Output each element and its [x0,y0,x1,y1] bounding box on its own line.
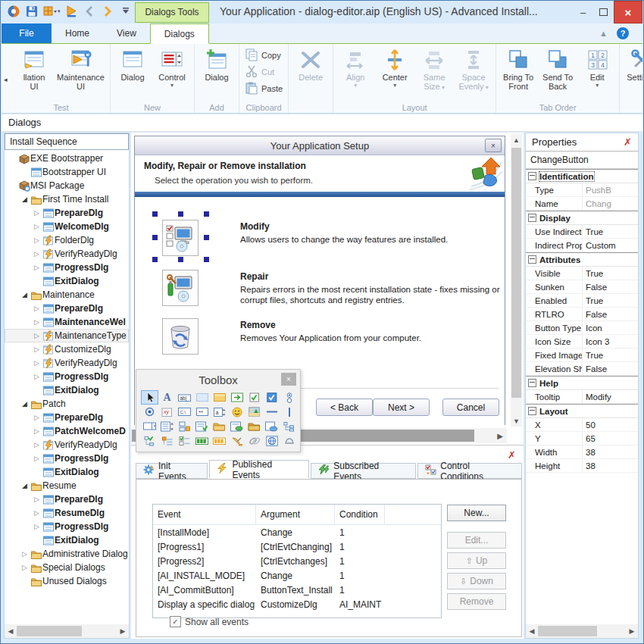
expander-icon[interactable]: ▷ [32,236,42,244]
tree-item[interactable]: ▷PrepareDlg [5,492,129,506]
toolbox-line-vertical-icon[interactable] [280,405,298,419]
tree-item[interactable]: ▷VerifyReadyDlg [5,247,129,261]
tree-item[interactable]: ▷Administrative Dialog [5,547,129,561]
toolbox-org-tree-icon[interactable] [158,433,176,448]
canvas-vscrollbar[interactable]: ▲ ▼ [511,134,522,427]
expander-icon[interactable]: ▷ [32,441,42,449]
toolbox-hyperlink-icon[interactable] [245,433,263,448]
tree-item[interactable]: ▷CustomizeDlg [5,342,129,356]
forward-icon[interactable] [100,4,115,19]
space-evenly-button[interactable]: SpaceEvenly ▾ [454,45,493,92]
tree-item[interactable]: EXE Bootstrapper [5,152,129,165]
toolbox-tab-control-icon[interactable] [280,433,298,448]
toolbox-group-box-icon[interactable] [211,390,228,405]
control-selector[interactable]: ChangeButton [526,152,638,169]
property-value[interactable]: True [582,267,638,280]
expander-icon[interactable]: ◢ [20,195,30,203]
build-dropdown-icon[interactable]: ▾ [58,8,61,14]
dialog-preview-close-icon[interactable]: × [485,139,502,152]
settings-button[interactable]: Settings [622,45,642,92]
save-icon[interactable] [24,4,39,19]
tab-subscribed-events[interactable]: Subscribed Events [311,463,416,479]
scroll-down-icon[interactable]: ▼ [511,415,522,427]
tree-item[interactable]: Bootstrapper UI [5,165,129,179]
toolbox-path-edit-icon[interactable]: C:\ [176,405,193,419]
toolbox-volume-list-icon[interactable] [228,419,245,433]
events-close-icon[interactable]: ✗ [508,449,516,461]
tree-item[interactable]: ▷ProgressDlg [5,370,129,383]
properties-hscrollbar[interactable]: ◀ ▶ [526,624,638,638]
bring-to-front-button[interactable]: Bring ToFront [499,45,538,92]
property-value[interactable]: True [582,294,638,307]
toolbox-list-box-icon[interactable] [158,419,176,433]
toolbox-window[interactable]: Toolbox × Aab|xyC:\**a [136,369,301,452]
tree-item[interactable]: ▷VerifyReadyDlg [5,356,129,370]
minimize-button[interactable]: – [573,1,593,23]
property-value[interactable]: Icon [582,321,638,334]
delete-button[interactable]: Delete [291,45,330,83]
expander-icon[interactable]: ▷ [32,223,42,230]
property-value[interactable]: 50 [582,418,638,431]
expander-icon[interactable]: ▷ [32,209,42,217]
toolbox-password-icon[interactable]: ** [193,405,211,419]
show-all-events-checkbox[interactable]: ✓ Show all events [170,616,249,627]
tree-item[interactable]: ◢Patch [5,397,129,411]
remove-button[interactable]: Remove [447,593,506,610]
toolbox-checked-list-icon[interactable] [193,419,211,433]
scroll-right-icon[interactable]: ▶ [493,432,507,440]
toolbox-progress-bar-icon[interactable] [193,433,211,448]
selection-handle[interactable] [152,235,158,240]
property-value[interactable]: Custom [582,239,638,252]
selection-handle[interactable] [204,211,209,217]
scroll-right-icon[interactable]: ▶ [117,627,129,635]
tree-item[interactable]: MSI Package [5,179,129,192]
toolbox-text-icon[interactable]: A [158,390,176,405]
installation-ui-button[interactable]: llationUI [14,45,54,92]
help-icon[interactable]: ? [617,27,629,39]
collapse-icon[interactable] [528,214,536,222]
option-modify[interactable]: ModifyAllows users to change the way fea… [162,220,199,256]
center-button[interactable]: Center▾ [375,45,414,92]
ribbon-tab-home[interactable]: Home [52,23,103,43]
selection-handle[interactable] [152,211,158,217]
toolbox-task-list-icon[interactable] [176,433,193,448]
table-row[interactable]: [InstallMode]Change1 [153,525,441,539]
option-remove[interactable]: RemoveRemoves Your Application from your… [162,318,199,355]
toolbox-checkbox-icon[interactable] [245,390,263,405]
table-row[interactable]: [AI_CommitButton]ButtonText_Install1 [153,583,441,597]
toolbox-xy-coord-icon[interactable]: xy [158,405,176,419]
dialog-button-cancel[interactable]: Cancel [442,399,499,416]
app-logo-icon[interactable] [6,4,21,19]
tree-item[interactable]: Unused Dialogs [5,574,129,588]
tree-item[interactable]: ▷MaintenanceType [5,329,129,342]
scrollbar-thumb[interactable] [17,626,82,636]
scroll-left-icon[interactable]: ◀ [5,627,17,635]
expander-icon[interactable]: ▷ [32,414,42,421]
build-icon[interactable] [42,4,58,19]
collapse-icon[interactable] [528,379,536,387]
tree-item[interactable]: ◢Maintenance [5,288,129,302]
expander-icon[interactable]: ▷ [32,523,42,530]
tree-item[interactable]: ▷Special Dialogs [5,561,129,574]
maintenance-ui-button[interactable]: MaintenanceUI [54,45,108,92]
property-category[interactable]: Identification [526,169,638,183]
toolbox-spin-edit-icon[interactable]: a [211,405,228,419]
toolbox-radio-group-icon[interactable] [280,390,298,405]
tree-item[interactable]: ▷PatchWelcomeD [5,424,129,438]
table-row[interactable]: Display a specific dialogCustomizeDlgAI_… [153,597,441,611]
toolbox-combo-box-icon[interactable] [141,419,158,433]
tree-item[interactable]: ExitDialog [5,274,129,288]
add-dialog-button[interactable]: Dialog [197,45,236,83]
ribbon-scroll-left-icon[interactable]: ◂ [4,76,8,83]
selection-handle[interactable] [178,211,183,217]
tree-item[interactable]: ▷ProgressDlg [5,520,129,533]
tree-item[interactable]: ▷ProgressDlg [5,452,129,465]
new-button[interactable]: New... [447,505,506,521]
tree-item[interactable]: ExitDialog [5,533,129,547]
tree-item[interactable]: ▷MaintenanceWel [5,315,129,329]
scroll-right-icon[interactable]: ▶ [626,627,638,635]
dialog-button-back[interactable]: < Back [316,399,373,416]
property-value[interactable]: 65 [582,432,638,445]
toolbox-picture-icon[interactable] [245,405,263,419]
property-value[interactable]: True [582,225,638,238]
